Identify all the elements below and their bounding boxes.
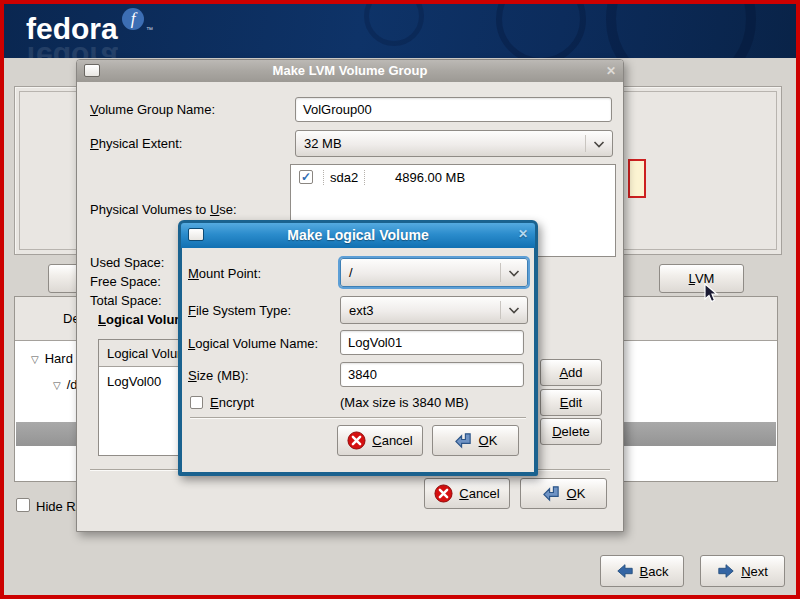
- banner-decoration-ring: [496, 4, 586, 58]
- window-menu-icon[interactable]: [84, 64, 100, 77]
- physical-volume-row[interactable]: ✓ sda2 4896.00 MB: [291, 165, 615, 191]
- dialog-title: Make LVM Volume Group: [273, 63, 428, 78]
- ok-button-label: OK: [567, 486, 586, 501]
- dialog-titlebar[interactable]: Make LVM Volume Group ✕: [77, 60, 623, 82]
- delete-button[interactable]: Delete: [540, 418, 602, 445]
- physical-extent-label: Physical Extent:: [90, 136, 183, 151]
- cancel-button-label: Cancel: [372, 433, 412, 448]
- delete-button-label: Delete: [552, 424, 590, 439]
- expander-icon[interactable]: ▽: [53, 380, 61, 391]
- physical-volumes-label: Physical Volumes to Use:: [90, 202, 237, 217]
- ok-enter-arrow-icon: [454, 431, 473, 450]
- ok-enter-arrow-icon: [542, 484, 561, 503]
- mount-point-value: /: [349, 265, 353, 280]
- fedora-logo-icon: f: [122, 8, 144, 30]
- expander-icon[interactable]: ▽: [31, 354, 39, 365]
- selected-partition-segment[interactable]: [628, 159, 646, 198]
- hide-members-checkbox[interactable]: [16, 498, 30, 512]
- mount-point-label: Mount Point:: [188, 266, 261, 281]
- dialog-titlebar[interactable]: Make Logical Volume ✕: [181, 223, 535, 248]
- add-button-label: Add: [559, 365, 582, 380]
- trademark-symbol: ™: [146, 26, 153, 33]
- logical-volume-name-label: Logical Volume Name:: [188, 336, 318, 351]
- max-size-note: (Max size is 3840 MB): [340, 395, 469, 410]
- add-button[interactable]: Add: [540, 359, 602, 386]
- dialog-title: Make Logical Volume: [287, 227, 428, 243]
- window-menu-icon[interactable]: [188, 228, 204, 241]
- file-system-type-label: File System Type:: [188, 303, 291, 318]
- make-logical-volume-dialog: Make Logical Volume ✕ Mount Point: / Fil…: [178, 220, 538, 476]
- lv-cancel-button[interactable]: Cancel: [337, 425, 423, 456]
- encrypt-label: Encrypt: [210, 395, 254, 410]
- vg-cancel-button[interactable]: Cancel: [424, 478, 510, 509]
- used-space-label: Used Space:: [90, 255, 164, 270]
- next-button-label: Next: [741, 564, 768, 579]
- total-space-label: Total Space:: [90, 293, 162, 308]
- fedora-wordmark-reflection: fedora: [26, 40, 118, 58]
- pv-name: sda2: [323, 170, 365, 185]
- lv-ok-button[interactable]: OK: [432, 425, 519, 456]
- chevron-down-icon: [508, 307, 520, 314]
- volume-group-name-label: Volume Group Name:: [90, 102, 215, 117]
- banner-decoration-ring: [606, 4, 756, 58]
- file-system-type-select[interactable]: ext3: [340, 296, 528, 324]
- back-button-label: Back: [640, 564, 669, 579]
- size-value: 3840: [348, 367, 377, 382]
- close-icon[interactable]: ✕: [518, 223, 528, 245]
- installer-screen: fedora fedora f ™ LVM Device ▽Hard Drive…: [0, 0, 800, 599]
- volume-group-name-value: VolGroup00: [303, 102, 372, 117]
- volume-group-name-input[interactable]: VolGroup00: [295, 97, 612, 122]
- cancel-button-label: Cancel: [459, 486, 499, 501]
- logical-volume-name-input[interactable]: LogVol01: [340, 330, 524, 355]
- logical-volume-row[interactable]: LogVol00: [107, 374, 161, 389]
- physical-extent-select[interactable]: 32 MB: [295, 130, 613, 157]
- chevron-down-icon: [593, 141, 605, 148]
- cancel-icon: [347, 431, 366, 450]
- pv-size: 4896.00 MB: [395, 170, 465, 185]
- mount-point-select[interactable]: /: [340, 258, 528, 287]
- banner-decoration-ring: [364, 4, 424, 46]
- lvm-button[interactable]: LVM: [659, 264, 744, 293]
- combo-divider: [500, 263, 501, 282]
- next-button[interactable]: Next: [700, 555, 785, 587]
- size-input[interactable]: 3840: [340, 362, 524, 387]
- mouse-cursor: [704, 283, 720, 305]
- fedora-banner: fedora fedora f ™: [4, 4, 796, 58]
- logical-volume-name-value: LogVol01: [348, 335, 402, 350]
- vg-ok-button[interactable]: OK: [520, 478, 607, 509]
- back-arrow-icon: [616, 562, 634, 580]
- chevron-down-icon: [508, 270, 520, 277]
- file-system-type-value: ext3: [349, 303, 374, 318]
- button-area-separator: [190, 417, 526, 419]
- physical-extent-value: 32 MB: [304, 136, 342, 151]
- ok-button-label: OK: [479, 433, 498, 448]
- free-space-label: Free Space:: [90, 274, 161, 289]
- size-label: Size (MB):: [188, 368, 249, 383]
- encrypt-checkbox[interactable]: [190, 396, 203, 409]
- edit-button[interactable]: Edit: [540, 389, 602, 416]
- cancel-icon: [434, 484, 453, 503]
- next-arrow-icon: [717, 562, 735, 580]
- combo-divider: [585, 135, 586, 152]
- close-icon[interactable]: ✕: [606, 60, 616, 82]
- pv-checkbox-checked[interactable]: ✓: [299, 170, 313, 184]
- check-icon: ✓: [301, 170, 311, 184]
- combo-divider: [500, 301, 501, 319]
- edit-button-label: Edit: [560, 395, 582, 410]
- back-button[interactable]: Back: [600, 555, 684, 587]
